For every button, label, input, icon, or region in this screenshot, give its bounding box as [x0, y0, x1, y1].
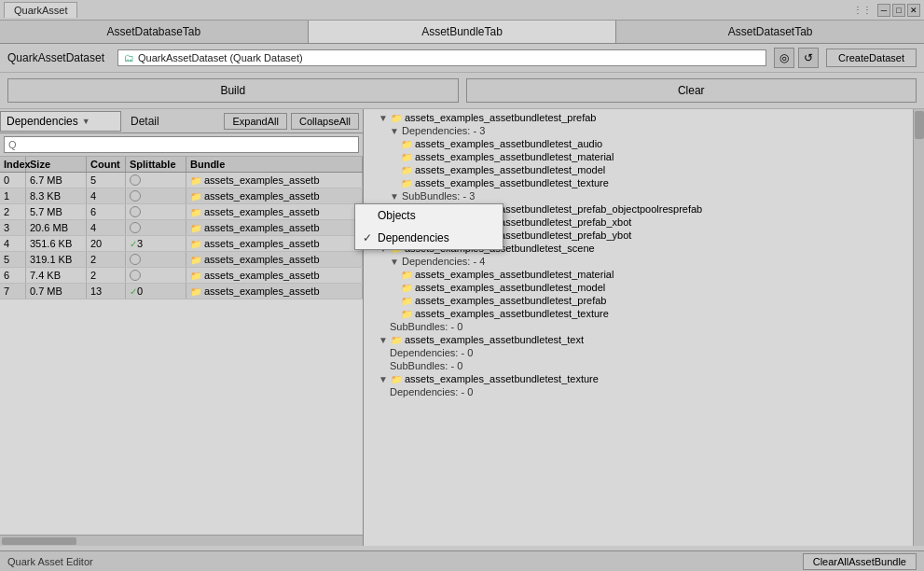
col-index: Index [0, 157, 26, 172]
sub-tabs-row: Dependencies ▼ Detail ExpandAll Collapse… [0, 109, 363, 133]
dataset-actions: ◎ ↺ [774, 48, 819, 68]
folder-icon: 📁 [391, 374, 402, 384]
table-row[interactable]: 2 5.7 MB 6 📁assets_examples_assetb [0, 204, 363, 220]
tree-item-texture2[interactable]: 📁 assets_examples_assetbundletest_textur… [364, 307, 913, 320]
check-icon: ✓ [130, 286, 137, 297]
cell-bundle: 📁assets_examples_assetb [186, 204, 363, 219]
radio-icon [130, 174, 141, 186]
tree-arrow-icon: ▼ [379, 335, 388, 345]
tree-arrow-icon: ▼ [379, 113, 388, 123]
cell-index: 4 [0, 236, 26, 251]
cell-size: 319.1 KB [26, 252, 87, 267]
horizontal-scrollbar[interactable] [0, 535, 363, 546]
table-row[interactable]: 1 8.3 KB 4 📁assets_examples_assetb [0, 188, 363, 204]
tree-item-texture[interactable]: 📁 assets_examples_assetbundletest_textur… [364, 176, 913, 189]
dropdown-label: Dependencies [7, 115, 78, 128]
minimize-button[interactable]: ─ [877, 4, 890, 17]
tree-item-model[interactable]: 📁 assets_examples_assetbundletest_model [364, 163, 913, 176]
folder-icon: 📁 [190, 255, 201, 265]
close-button[interactable]: ✕ [907, 4, 920, 17]
refresh-button[interactable]: ↺ [798, 48, 819, 68]
tree-dependencies-header: ▼ Dependencies: - 3 [364, 124, 913, 137]
cell-count: 4 [87, 188, 126, 203]
cell-index: 0 [0, 173, 26, 188]
tree-item-model2[interactable]: 📁 assets_examples_assetbundletest_model [364, 281, 913, 294]
table-row[interactable]: 5 319.1 KB 2 📁assets_examples_assetb [0, 252, 363, 268]
radio-icon [130, 206, 141, 217]
tree-bundle-text[interactable]: ▼ 📁 assets_examples_assetbundletest_text [364, 333, 913, 346]
cell-count: 2 [87, 252, 126, 267]
tree-item-label: assets_examples_assetbundletest_model [415, 164, 605, 175]
dataset-row: QuarkAssetDataset 🗂 QuarkAssetDataset (Q… [0, 44, 924, 73]
section-label: Dependencies: - 0 [390, 386, 473, 397]
dependencies-dropdown[interactable]: Dependencies ▼ [0, 111, 121, 132]
cell-count: 4 [87, 220, 126, 235]
title-tab[interactable]: QuarkAsset [4, 2, 77, 18]
dropdown-item-objects[interactable]: Objects [355, 204, 503, 227]
panel-right-buttons: ExpandAll CollapseAll [224, 113, 359, 130]
expand-all-button[interactable]: ExpandAll [224, 113, 287, 130]
tree-item-prefab2[interactable]: 📁 assets_examples_assetbundletest_prefab [364, 294, 913, 307]
tab-asset-bundle[interactable]: AssetBundleTab [309, 21, 617, 43]
cell-size: 5.7 MB [26, 204, 87, 219]
folder-icon: 📁 [190, 223, 201, 233]
cell-bundle: 📁assets_examples_assetb [186, 188, 363, 203]
create-dataset-button[interactable]: CreateDataset [826, 49, 917, 67]
cell-size: 20.6 MB [26, 220, 87, 235]
build-button[interactable]: Build [7, 78, 459, 103]
cell-split [126, 204, 186, 219]
scroll-thumb[interactable] [2, 537, 76, 545]
dataset-field[interactable]: 🗂 QuarkAssetDataset (Quark Dataset) [117, 49, 766, 66]
cell-split [126, 252, 186, 267]
maximize-button[interactable]: □ [892, 4, 905, 17]
cell-size: 0.7 MB [26, 284, 87, 299]
tree-item-label: assets_examples_assetbundletest_prefab [405, 112, 596, 123]
table-row[interactable]: 0 6.7 MB 5 📁assets_examples_assetb [0, 173, 363, 188]
tab-asset-database[interactable]: AssetDatabaseTab [0, 21, 309, 43]
folder-icon: 📁 [190, 207, 201, 217]
cell-count: 20 [87, 236, 126, 251]
tree-item-material[interactable]: 📁 assets_examples_assetbundletest_materi… [364, 150, 913, 163]
detail-tab[interactable]: Detail [121, 112, 169, 131]
cell-index: 2 [0, 204, 26, 219]
target-button[interactable]: ◎ [774, 48, 794, 68]
tree-item-material2[interactable]: 📁 assets_examples_assetbundletest_materi… [364, 268, 913, 281]
tree-scene-subbundles: SubBundles: - 0 [364, 320, 913, 333]
clear-all-asset-bundle-button[interactable]: ClearAllAssetBundle [803, 553, 917, 570]
section-label: SubBundles: - 0 [390, 321, 462, 332]
dropdown-item-dependencies[interactable]: Dependencies [355, 227, 503, 249]
dataset-value: QuarkAssetDataset (Quark Dataset) [138, 52, 303, 63]
right-panel: ▼ 📁 assets_examples_assetbundletest_pref… [364, 109, 913, 546]
tree-arrow-icon: ▼ [390, 126, 399, 136]
scroll-thumb[interactable] [915, 111, 924, 139]
cell-index: 5 [0, 252, 26, 267]
tree-bundle-texture[interactable]: ▼ 📁 assets_examples_assetbundletest_text… [364, 372, 913, 385]
tree-item-label: assets_examples_assetbundletest_material [415, 269, 614, 280]
tab-asset-dataset[interactable]: AssetDatasetTab [616, 21, 924, 43]
cell-bundle: 📁assets_examples_assetb [186, 236, 363, 251]
cell-size: 7.4 KB [26, 268, 87, 283]
folder-icon: 📁 [190, 191, 201, 202]
tree-item-label: assets_examples_assetbundletest_texture [405, 373, 599, 384]
title-bar-controls: ⋮⋮ ─ □ ✕ [853, 4, 920, 17]
clear-button[interactable]: Clear [466, 78, 917, 103]
col-size: Size [26, 157, 87, 172]
table-row[interactable]: 7 0.7 MB 13 ✓0 📁assets_examples_assetb [0, 284, 363, 299]
table-row[interactable]: 3 20.6 MB 4 📁assets_examples_assetb [0, 220, 363, 236]
tree-text-subbundles: SubBundles: - 0 [364, 359, 913, 372]
folder-icon: 📁 [401, 178, 412, 188]
status-label: Quark Asset Editor [7, 556, 93, 567]
tree-bundle-prefab[interactable]: ▼ 📁 assets_examples_assetbundletest_pref… [364, 111, 913, 124]
search-input[interactable] [4, 136, 359, 153]
folder-icon: 📁 [391, 335, 402, 345]
table-row[interactable]: 4 351.6 KB 20 ✓3 📁assets_examples_assetb [0, 236, 363, 252]
tree-item-audio[interactable]: 📁 assets_examples_assetbundletest_audio [364, 137, 913, 150]
table-row[interactable]: 6 7.4 KB 2 📁assets_examples_assetb [0, 268, 363, 284]
cell-split: ✓3 [126, 236, 186, 251]
cell-bundle: 📁assets_examples_assetb [186, 173, 363, 188]
collapse-all-button[interactable]: CollapseAll [291, 113, 359, 130]
check-icon: ✓ [130, 239, 137, 249]
dropdown-menu: Objects Dependencies [354, 203, 503, 250]
status-bar: Quark Asset Editor ClearAllAssetBundle [0, 550, 924, 571]
vertical-scrollbar[interactable] [913, 109, 924, 546]
